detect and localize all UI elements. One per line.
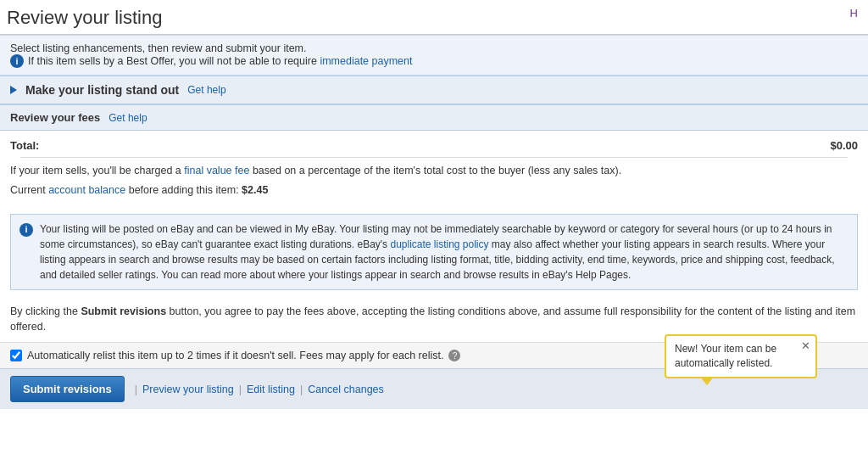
preview-link[interactable]: Preview your listing — [142, 384, 234, 395]
tooltip-text: New! Your item can be automatically reli… — [675, 343, 776, 369]
fees-help-link[interactable]: Get help — [108, 112, 147, 124]
banner-line2-text: If this item sells by a Best Offer, you … — [28, 55, 412, 67]
fees-info: If your item sells, you'll be charged a … — [10, 158, 858, 207]
page-title: Review your listing — [7, 7, 162, 29]
cancel-link[interactable]: Cancel changes — [308, 384, 384, 395]
stand-out-help-link[interactable]: Get help — [187, 84, 225, 96]
tooltip-bubble: New! Your item can be automatically reli… — [665, 334, 817, 378]
relist-label: Automatically relist this item up to 2 t… — [27, 350, 443, 361]
sep2: | — [239, 384, 242, 395]
triangle-icon — [10, 86, 17, 94]
final-value-fee-link[interactable]: final value fee — [184, 165, 249, 176]
sep1: | — [135, 384, 137, 395]
fees-note: If your item sells, you'll be charged a … — [10, 163, 858, 179]
header-right-link[interactable]: H — [850, 7, 858, 20]
notice-box: i Your listing will be posted on eBay an… — [10, 214, 858, 290]
question-icon[interactable]: ? — [448, 350, 460, 361]
info-banner: Select listing enhancements, then review… — [0, 35, 868, 76]
page-header: Review your listing H — [0, 0, 868, 35]
edit-link[interactable]: Edit listing — [247, 384, 295, 395]
duplicate-policy-link[interactable]: duplicate listing policy — [390, 238, 488, 250]
sep3: | — [300, 384, 303, 395]
stand-out-title: Make your listing stand out — [25, 83, 179, 97]
fees-total-row: Total: $0.00 — [10, 131, 858, 157]
info-icon: i — [10, 54, 24, 68]
banner-line1: Select listing enhancements, then review… — [10, 42, 858, 54]
notice-text: Your listing will be posted on eBay and … — [40, 221, 849, 283]
notice-info-icon: i — [19, 223, 33, 237]
footer-links: | Preview your listing | Edit listing | … — [130, 384, 384, 395]
balance-amount: $2.45 — [242, 184, 268, 196]
fees-header: Review your fees Get help — [0, 104, 868, 131]
stand-out-section: Make your listing stand out Get help — [0, 76, 868, 104]
submit-notice-bold: Submit revisions — [81, 305, 166, 317]
relist-checkbox[interactable] — [10, 350, 22, 361]
fees-total-label: Total: — [10, 139, 39, 152]
fees-total-amount: $0.00 — [830, 139, 858, 152]
fees-title: Review your fees — [10, 111, 100, 124]
tooltip-close-icon[interactable]: ✕ — [801, 340, 810, 351]
immediate-payment-link[interactable]: immediate payment — [320, 55, 412, 67]
relist-row: Automatically relist this item up to 2 t… — [0, 342, 868, 368]
banner-line2: i If this item sells by a Best Offer, yo… — [10, 54, 858, 68]
account-balance-link[interactable]: account balance — [48, 184, 125, 196]
fees-section: Review your fees Get help Total: $0.00 I… — [0, 104, 868, 207]
submit-button[interactable]: Submit revisions — [10, 376, 125, 402]
fees-balance: Current account balance before adding th… — [10, 182, 858, 199]
